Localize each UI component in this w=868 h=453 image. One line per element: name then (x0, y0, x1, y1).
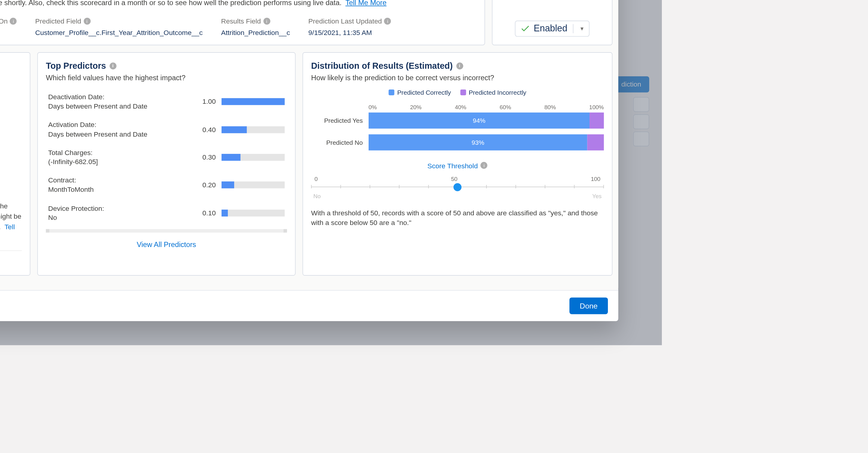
distribution-bar: 94% (369, 113, 604, 129)
distribution-sub: How likely is the prediction to be corre… (311, 74, 604, 82)
predictor-name: Total Charges:(-Infinity-682.05] (48, 148, 181, 167)
predictor-bar (221, 154, 285, 161)
top-predictors-card: Top Predictorsi Which field values have … (37, 52, 296, 276)
meta-results-value: Attrition_Prediction__c (221, 29, 290, 37)
info-icon[interactable]: i (456, 62, 463, 69)
distribution-legend: Predicted Correctly Predicted Incorrectl… (311, 89, 604, 96)
modal-footer: Done (0, 290, 618, 321)
distribution-label: Predicted No (311, 139, 363, 146)
predictor-bar (221, 181, 285, 189)
threshold-text: With a threshold of 50, records with a s… (311, 208, 604, 228)
chevron-down-icon: ▼ (579, 26, 584, 31)
meta-based-value: Field (0, 29, 17, 37)
predictors-sub: Which field values have the highest impa… (46, 74, 287, 82)
threshold-title: Score Threshold (427, 162, 478, 170)
predictor-value: 0.10 (187, 209, 216, 217)
view-quality-tips-link[interactable]: View Quality Tips (0, 259, 22, 267)
predictor-value: 0.40 (187, 125, 216, 134)
view-all-predictors-link[interactable]: View All Predictors (46, 241, 287, 249)
tell-me-more-link[interactable]: Tell Me More (345, 0, 386, 7)
predictor-bar (221, 126, 285, 133)
enable-status: Enabled (534, 24, 567, 34)
predictor-row[interactable]: Total Charges:(-Infinity-682.05] 0.30 (46, 143, 287, 171)
info-icon[interactable]: i (384, 18, 391, 25)
predictor-value: 1.00 (187, 98, 216, 106)
done-button[interactable]: Done (569, 298, 608, 314)
info-icon[interactable]: i (84, 18, 90, 25)
meta-field-value: Customer_Profile__c.First_Year_Attrition… (35, 29, 203, 37)
predictor-bar (221, 98, 285, 105)
scorecard-modal: Attrit_In_First_Year Scorecard Overview … (0, 0, 618, 321)
quality-sub: How well does this prediction perform? (0, 74, 22, 82)
predictor-value: 0.30 (187, 153, 216, 161)
info-icon[interactable]: i (481, 162, 488, 169)
predictor-value: 0.20 (187, 181, 216, 189)
info-icon[interactable]: i (263, 18, 270, 25)
enable-prediction-card: Enable Predictioni Enabled ▼ (492, 0, 613, 45)
distribution-label: Predicted Yes (311, 117, 363, 124)
predictor-bar (221, 209, 285, 216)
banner-card: Some results are available now Scores ar… (0, 0, 485, 45)
predictor-name: Deactivation Date:Days between Present a… (48, 92, 181, 111)
predictor-row[interactable]: Contract:MonthToMonth 0.20 (46, 171, 287, 199)
predictor-row[interactable]: Deactivation Date:Days between Present a… (46, 88, 287, 115)
check-icon (520, 24, 530, 34)
prediction-quality-card: Prediction Quality (Estimated)i How well… (0, 52, 30, 276)
info-icon[interactable]: i (10, 18, 17, 25)
tell-me-more-link[interactable]: Tell Me More (0, 223, 15, 241)
prediction-meta: TypeiYes/No Predicted ObjectiCustomer_Pr… (0, 17, 476, 37)
distribution-bar: 93% (369, 134, 604, 150)
distribution-row: Predicted Yes 94% (311, 113, 604, 129)
predictor-row[interactable]: Activation Date:Days between Present and… (46, 115, 287, 143)
distribution-row: Predicted No 93% (311, 134, 604, 150)
meta-updated-value: 9/15/2021, 11:35 AM (308, 29, 391, 37)
predictor-name: Activation Date:Days between Present and… (48, 120, 181, 139)
banner-text: Scores are available on records, or will… (0, 0, 476, 7)
quality-body: Before your prediction is running on liv… (0, 191, 22, 242)
predictor-name: Device Protection:No (48, 204, 181, 222)
predictor-name: Contract:MonthToMonth (48, 176, 181, 195)
horizontal-scrollbar[interactable] (46, 229, 287, 232)
info-icon[interactable]: i (110, 62, 116, 69)
distribution-card: Distribution of Results (Estimated)i How… (303, 52, 613, 276)
threshold-slider[interactable] (311, 187, 604, 187)
modal-overlay: ✕ Attrit_In_First_Year Scorecard Overvie… (0, 0, 662, 345)
predictor-row[interactable]: Device Protection:No 0.10 (46, 199, 287, 227)
slider-thumb[interactable] (454, 183, 462, 191)
enable-status-dropdown[interactable]: Enabled ▼ (515, 21, 590, 36)
